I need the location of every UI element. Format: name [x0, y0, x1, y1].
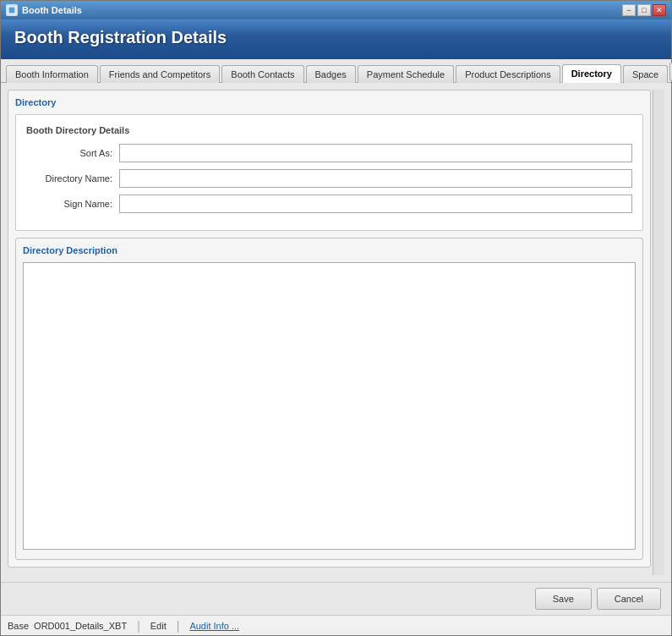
status-base: Base ORD001_Details_XBT [8, 621, 127, 631]
directory-description-legend: Directory Description [23, 245, 636, 255]
save-button[interactable]: Save [535, 588, 592, 610]
tab-badges[interactable]: Badges [306, 65, 356, 83]
scrollbar[interactable] [653, 90, 664, 575]
window-title: Booth Details [22, 5, 82, 15]
title-bar-left: Booth Details [6, 4, 82, 16]
page-title: Booth Registration Details [14, 28, 227, 47]
main-window: Booth Details − □ ✕ Booth Registration D… [0, 0, 672, 636]
status-audit[interactable]: Audit Info ... [189, 621, 239, 631]
tab-payment-schedule[interactable]: Payment Schedule [358, 65, 454, 83]
status-bar: Base ORD001_Details_XBT | Edit | Audit I… [1, 615, 671, 635]
window-icon [6, 4, 18, 16]
directory-name-row: Directory Name: [26, 169, 632, 188]
sort-as-row: Sort As: [26, 144, 632, 162]
directory-description-panel: Directory Description [15, 238, 643, 560]
sign-name-input[interactable] [119, 195, 632, 213]
tab-product-descriptions[interactable]: Product Descriptions [456, 65, 560, 83]
directory-name-input[interactable] [119, 169, 632, 188]
directory-name-label: Directory Name: [26, 173, 119, 184]
base-value: ORD001_Details_XBT [34, 621, 127, 631]
maximize-button[interactable]: □ [637, 4, 651, 16]
sort-as-label: Sort As: [26, 148, 119, 158]
window-controls: − □ ✕ [622, 4, 666, 16]
sign-name-label: Sign Name: [26, 199, 119, 209]
booth-directory-details-legend: Booth Directory Details [26, 125, 632, 135]
sort-as-input[interactable] [119, 144, 632, 162]
tab-bar: Booth Information Friends and Competitor… [1, 59, 671, 83]
status-separator-1: | [137, 619, 140, 633]
directory-legend: Directory [15, 97, 643, 107]
edit-label: Edit [150, 621, 167, 631]
directory-description-textarea[interactable] [23, 262, 636, 550]
directory-section: Directory Booth Directory Details Sort A… [8, 90, 651, 567]
svg-rect-0 [8, 7, 15, 14]
sign-name-row: Sign Name: [26, 195, 632, 213]
status-separator-2: | [177, 619, 180, 633]
title-bar: Booth Details − □ ✕ [1, 1, 671, 19]
minimize-button[interactable]: − [622, 4, 636, 16]
close-button[interactable]: ✕ [653, 4, 666, 16]
header: Booth Registration Details [1, 19, 671, 59]
booth-directory-details-panel: Booth Directory Details Sort As: Directo… [15, 114, 643, 231]
main-content: Directory Booth Directory Details Sort A… [1, 83, 671, 582]
tab-booth-contacts[interactable]: Booth Contacts [221, 65, 303, 83]
audit-info-link[interactable]: Audit Info ... [189, 621, 239, 631]
tab-booth-information[interactable]: Booth Information [6, 65, 98, 83]
tab-space[interactable]: Space [623, 65, 668, 83]
button-bar: Save Cancel [1, 582, 671, 615]
tab-friends-competitors[interactable]: Friends and Competitors [100, 65, 220, 83]
cancel-button[interactable]: Cancel [597, 588, 661, 610]
status-edit: Edit [150, 621, 167, 631]
tab-directory[interactable]: Directory [562, 64, 621, 83]
base-label: Base [8, 621, 29, 631]
scrollable-content: Directory Booth Directory Details Sort A… [8, 90, 664, 575]
content-wrapper: Directory Booth Directory Details Sort A… [8, 90, 664, 575]
